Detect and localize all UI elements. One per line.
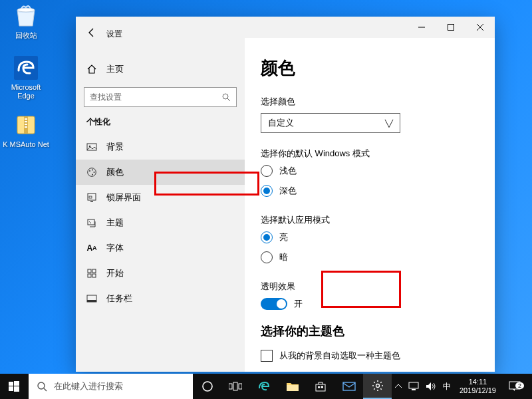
nav-themes[interactable]: 主题 bbox=[76, 210, 245, 235]
svg-rect-25 bbox=[88, 269, 91, 273]
taskbar-edge[interactable] bbox=[250, 374, 279, 399]
radio-icon bbox=[261, 165, 273, 177]
svg-rect-6 bbox=[25, 124, 27, 125]
nav-label: 字体 bbox=[106, 242, 124, 254]
radio-icon bbox=[261, 251, 273, 263]
task-view-button[interactable] bbox=[221, 374, 250, 399]
svg-point-35 bbox=[38, 382, 45, 389]
nav-taskbar[interactable]: 任务栏 bbox=[76, 286, 245, 311]
nav-label: 锁屏界面 bbox=[106, 192, 141, 203]
nav-colors[interactable]: 颜色 bbox=[76, 160, 245, 185]
titlebar: 设置 bbox=[76, 17, 495, 38]
close-button[interactable] bbox=[466, 17, 495, 38]
svg-rect-26 bbox=[92, 269, 96, 273]
svg-rect-40 bbox=[239, 384, 242, 389]
nav-label: 开始 bbox=[106, 267, 124, 279]
maximize-button[interactable] bbox=[436, 17, 466, 38]
svg-rect-30 bbox=[87, 300, 96, 302]
sidebar: 主页 查找设置 个性化 背景 颜色 锁屏界面 主题 bbox=[76, 38, 245, 372]
svg-rect-38 bbox=[229, 384, 232, 389]
search-icon bbox=[221, 92, 231, 102]
home-nav[interactable]: 主页 bbox=[76, 58, 245, 80]
svg-rect-39 bbox=[233, 382, 237, 390]
radio-icon bbox=[261, 185, 273, 197]
svg-rect-44 bbox=[321, 386, 324, 388]
system-tray: 中 14:11 2019/12/19 2 bbox=[392, 374, 532, 399]
action-center-button[interactable]: 2 bbox=[501, 381, 528, 392]
svg-rect-42 bbox=[316, 384, 325, 391]
win-mode-dark[interactable]: 深色 bbox=[261, 185, 479, 197]
choose-color-label: 选择颜色 bbox=[261, 96, 479, 108]
svg-rect-43 bbox=[318, 386, 320, 388]
svg-rect-4 bbox=[25, 118, 27, 120]
desktop-icon-edge[interactable]: Microsoft Edge bbox=[3, 55, 49, 100]
app-title: 设置 bbox=[106, 29, 122, 40]
win-mode-light[interactable]: 浅色 bbox=[261, 165, 479, 177]
taskbar-search[interactable]: 在此键入进行搜索 bbox=[29, 374, 194, 399]
radio-icon bbox=[261, 231, 273, 243]
checkbox-icon bbox=[261, 350, 273, 362]
auto-accent-checkbox[interactable]: 从我的背景自动选取一种主题色 bbox=[261, 350, 479, 362]
tray-display-icon[interactable] bbox=[405, 374, 422, 399]
clock-time: 14:11 bbox=[460, 378, 496, 386]
desktop-icon-label: Microsoft Edge bbox=[3, 83, 49, 100]
start-icon bbox=[86, 268, 97, 279]
svg-rect-48 bbox=[412, 389, 416, 390]
zip-folder-icon bbox=[13, 112, 39, 138]
svg-rect-33 bbox=[9, 386, 13, 391]
choose-color-select[interactable]: 自定义 ╲╱ bbox=[261, 113, 400, 133]
svg-rect-24 bbox=[88, 219, 94, 225]
home-label: 主页 bbox=[106, 63, 124, 75]
nav-fonts[interactable]: AA 字体 bbox=[76, 235, 245, 261]
search-input[interactable]: 查找设置 bbox=[84, 87, 237, 107]
tray-chevron[interactable] bbox=[392, 374, 405, 399]
start-button[interactable] bbox=[0, 374, 29, 399]
radio-label: 浅色 bbox=[279, 165, 297, 177]
recycle-bin-icon bbox=[13, 3, 39, 29]
search-placeholder: 查找设置 bbox=[90, 92, 122, 103]
minimize-button[interactable] bbox=[407, 17, 436, 38]
svg-rect-32 bbox=[14, 381, 19, 386]
settings-window: 设置 主页 查找设置 个性化 背景 颜色 bbox=[76, 17, 495, 372]
taskbar: 在此键入进行搜索 中 14:11 2019/12/19 2 bbox=[0, 374, 532, 399]
nav-label: 主题 bbox=[106, 217, 124, 229]
search-placeholder: 在此键入进行搜索 bbox=[54, 380, 123, 392]
content-pane: 颜色 选择颜色 自定义 ╲╱ 选择你的默认 Windows 模式 浅色 深色 选… bbox=[245, 38, 495, 372]
desktop-icon-kmsauto[interactable]: K MSAuto Net bbox=[3, 112, 49, 149]
theme-icon bbox=[86, 217, 97, 228]
edge-icon bbox=[13, 55, 39, 81]
taskbar-mail[interactable] bbox=[335, 374, 364, 399]
search-icon bbox=[37, 381, 47, 392]
nav-start[interactable]: 开始 bbox=[76, 261, 245, 286]
back-button[interactable] bbox=[86, 27, 97, 38]
cortana-button[interactable] bbox=[193, 374, 221, 399]
desktop-icon-recycle-bin[interactable]: 回收站 bbox=[3, 3, 49, 40]
nav-lockscreen[interactable]: 锁屏界面 bbox=[76, 185, 245, 210]
taskbar-clock[interactable]: 14:11 2019/12/19 bbox=[454, 378, 501, 394]
app-mode-light[interactable]: 亮 bbox=[261, 231, 479, 243]
radio-label: 深色 bbox=[279, 185, 297, 197]
svg-rect-47 bbox=[409, 382, 418, 388]
taskbar-settings[interactable] bbox=[363, 374, 392, 399]
toggle-state: 开 bbox=[294, 298, 303, 310]
svg-point-37 bbox=[203, 382, 212, 391]
svg-rect-9 bbox=[448, 25, 454, 31]
transparency-toggle[interactable] bbox=[261, 298, 287, 310]
tray-ime[interactable]: 中 bbox=[440, 374, 454, 399]
accent-heading: 选择你的主题色 bbox=[261, 323, 479, 339]
svg-point-20 bbox=[92, 174, 93, 176]
palette-icon bbox=[86, 167, 97, 178]
nav-label: 背景 bbox=[106, 141, 124, 153]
taskbar-store[interactable] bbox=[307, 374, 335, 399]
nav-background[interactable]: 背景 bbox=[76, 134, 245, 160]
taskbar-explorer[interactable] bbox=[278, 374, 307, 399]
notification-badge: 2 bbox=[515, 382, 524, 389]
tray-volume-icon[interactable] bbox=[422, 374, 440, 399]
svg-rect-31 bbox=[9, 382, 13, 386]
svg-rect-27 bbox=[88, 274, 91, 277]
svg-rect-45 bbox=[343, 382, 355, 390]
svg-point-19 bbox=[94, 172, 95, 173]
svg-rect-14 bbox=[87, 144, 96, 150]
select-value: 自定义 bbox=[268, 117, 294, 129]
app-mode-dark[interactable]: 暗 bbox=[261, 251, 479, 263]
